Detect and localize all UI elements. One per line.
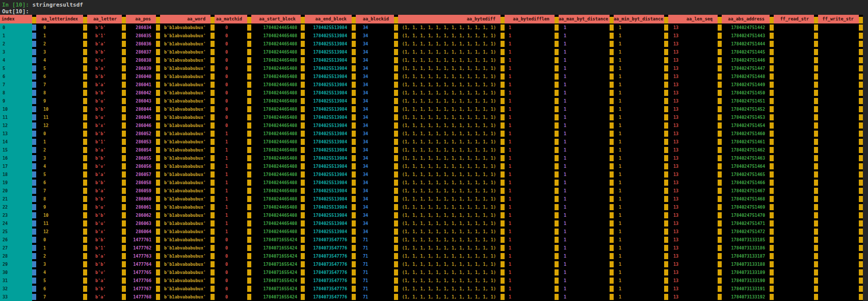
cell-ff_write_str bbox=[814, 64, 859, 72]
aa_matchid-value: 1 bbox=[215, 170, 247, 179]
aa_abs_address-value: 1784024751451 bbox=[722, 97, 770, 105]
column-separator bbox=[122, 49, 126, 55]
index-value: 21 bbox=[0, 195, 32, 203]
cell-index: 4 bbox=[0, 56, 32, 64]
column-separator bbox=[156, 33, 160, 39]
column-separator bbox=[83, 57, 87, 63]
aa_word-value: b'b1abvababubux' bbox=[160, 56, 211, 64]
column-separator bbox=[770, 269, 774, 275]
index-value: 22 bbox=[0, 203, 32, 211]
column-separator bbox=[664, 106, 668, 112]
column-separator bbox=[301, 245, 305, 251]
cell-aa_len_seq: 13 bbox=[664, 293, 718, 301]
cell-aa_letter: b'b' bbox=[83, 195, 122, 203]
cell-aa_start_block: 1784024465408 bbox=[247, 32, 301, 40]
index-value: 10 bbox=[0, 105, 32, 113]
cell-aa_max_byt_distance: 1 bbox=[555, 81, 610, 89]
cell-ff_write_str bbox=[814, 40, 859, 48]
cell-aa_blockid: 71 bbox=[352, 252, 394, 260]
aa_min_byt_distance-value: 1 bbox=[614, 146, 664, 154]
column-separator bbox=[301, 98, 305, 104]
cell-aa_start_block: 1784024465408 bbox=[247, 219, 301, 228]
column-separator bbox=[770, 294, 774, 300]
aa_letterindex-value: 7 bbox=[36, 187, 83, 195]
cell-index: 15 bbox=[0, 146, 32, 154]
aa_max_byt_distance-value: 1 bbox=[559, 260, 610, 268]
aa_pos-value: 286052 bbox=[126, 130, 156, 138]
column-separator bbox=[352, 163, 356, 169]
aa_matchid-value: 0 bbox=[215, 113, 247, 121]
column-separator bbox=[501, 278, 505, 284]
cell-aa_bytediff: (1, 1, 1, 1, 1, 1, 1, 1, 1, 1, 1, 1) bbox=[394, 72, 501, 81]
aa_bytedifflen-value: 1 bbox=[505, 236, 555, 244]
column-separator bbox=[664, 294, 668, 300]
aa_letterindex-value: 9 bbox=[36, 97, 83, 105]
aa_max_byt_distance-value: 1 bbox=[559, 146, 610, 154]
cell-aa_blockid: 34 bbox=[352, 170, 394, 179]
column-separator bbox=[156, 245, 160, 251]
cell-aa_start_block: 1784071655424 bbox=[247, 236, 301, 244]
aa_word-value: b'b1abvababubux' bbox=[160, 203, 211, 211]
cell-aa_bytediff: (1, 1, 1, 1, 1, 1, 1, 1, 1, 1, 1, 1) bbox=[394, 97, 501, 105]
cell-aa_letterindex: 1 bbox=[32, 138, 83, 146]
cell-aa_matchid: 0 bbox=[211, 64, 247, 72]
column-separator bbox=[859, 41, 863, 47]
cell-aa_min_byt_distance: 1 bbox=[610, 105, 664, 113]
column-separator bbox=[32, 261, 36, 267]
cell-index: 3 bbox=[0, 48, 32, 56]
column-separator bbox=[122, 237, 126, 243]
column-separator bbox=[352, 33, 356, 39]
cell-aa_max_byt_distance: 1 bbox=[555, 187, 610, 195]
aa_pos-value: 286034 bbox=[126, 23, 156, 32]
column-separator bbox=[814, 286, 818, 292]
column-separator bbox=[718, 65, 722, 71]
cell-aa_bytediff: (1, 1, 1, 1, 1, 1, 1, 1, 1, 1, 1, 1) bbox=[394, 146, 501, 154]
column-separator bbox=[394, 261, 398, 267]
column-separator bbox=[352, 98, 356, 104]
cell-aa_pos: 286061 bbox=[122, 203, 156, 211]
cell-aa_min_byt_distance: 1 bbox=[610, 252, 664, 260]
column-separator bbox=[770, 131, 774, 137]
index-value: 31 bbox=[0, 277, 32, 285]
aa_max_byt_distance-value: 1 bbox=[559, 154, 610, 162]
ff_write_str-value bbox=[818, 113, 859, 121]
ff_read_str-value bbox=[774, 252, 814, 260]
cell-index: 16 bbox=[0, 154, 32, 162]
column-separator bbox=[610, 196, 614, 202]
aa_len_seq-value: 13 bbox=[668, 268, 718, 277]
cell-aa_len_seq: 13 bbox=[664, 268, 718, 277]
aa_letter-value: b'b' bbox=[87, 285, 122, 293]
column-separator bbox=[859, 15, 863, 23]
cell-aa_end_block: 1784073547776 bbox=[301, 277, 352, 285]
aa_blockid-value: 34 bbox=[356, 130, 394, 138]
column-separator bbox=[664, 212, 668, 218]
aa_start_block-value: 1784024465408 bbox=[251, 97, 301, 105]
cell-aa_end_block: 1784025513984 bbox=[301, 228, 352, 236]
cell-aa_letter: b'b' bbox=[83, 260, 122, 268]
aa_min_byt_distance-value: 1 bbox=[614, 219, 664, 228]
column-separator bbox=[610, 24, 614, 31]
column-separator bbox=[501, 114, 505, 120]
aa_blockid-value: 34 bbox=[356, 146, 394, 154]
aa_pos-value: 286036 bbox=[126, 40, 156, 48]
column-separator bbox=[301, 188, 305, 194]
cell-aa_min_byt_distance: 1 bbox=[610, 64, 664, 72]
cell-aa_end_block: 1784025513984 bbox=[301, 170, 352, 179]
cell-aa_letter: b'1' bbox=[83, 138, 122, 146]
cell-aa_min_byt_distance: 1 bbox=[610, 162, 664, 170]
column-separator bbox=[156, 147, 160, 153]
cell-aa_matchid: 0 bbox=[211, 40, 247, 48]
column-separator bbox=[32, 294, 36, 300]
column-separator bbox=[718, 245, 722, 251]
aa_blockid-value: 71 bbox=[356, 244, 394, 252]
cell-aa_letter: b'u' bbox=[83, 219, 122, 228]
cell-ff_read_str bbox=[770, 260, 814, 268]
cell-aa_matchid: 1 bbox=[211, 179, 247, 187]
column-separator bbox=[859, 122, 863, 129]
column-separator bbox=[501, 15, 505, 23]
column-separator bbox=[555, 171, 559, 178]
aa_len_seq-value: 13 bbox=[668, 56, 718, 64]
ff_read_str-value bbox=[774, 277, 814, 285]
aa_max_byt_distance-value: 1 bbox=[559, 293, 610, 301]
column-separator bbox=[610, 294, 614, 300]
